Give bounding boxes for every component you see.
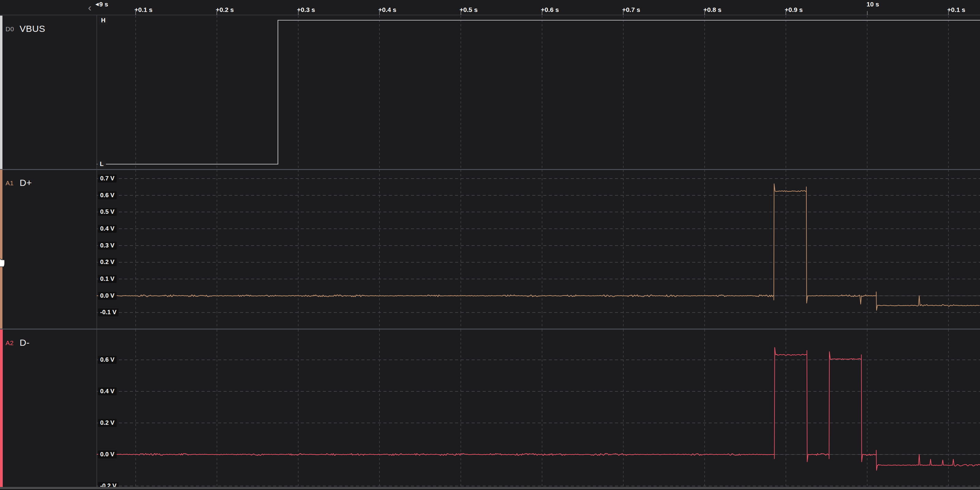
y-axis-label: 0.2 V — [98, 419, 117, 427]
ruler-label-minor: +0.5 s — [460, 6, 478, 13]
waveform-area-vbus[interactable]: HL — [0, 16, 980, 169]
y-axis-label: 0.4 V — [98, 387, 117, 395]
digital-low-marker: L — [97, 161, 106, 168]
y-axis-label: 0.4 V — [98, 225, 117, 233]
y-axis-label: 0.6 V — [98, 356, 117, 364]
channel-row-dplus: A1 D+ 0.7 V0.6 V0.5 V0.4 V0.3 V0.2 V0.1 … — [0, 170, 980, 329]
ruler-tick — [705, 11, 705, 15]
ruler-tick — [216, 11, 217, 15]
ruler-tick — [786, 11, 786, 15]
ruler-label-minor: +0.1 s — [947, 6, 965, 13]
ruler-tick — [542, 11, 542, 15]
y-axis-label: -0.1 V — [98, 309, 119, 317]
y-axis-label: 0.0 V — [98, 292, 117, 300]
ruler-tick — [623, 11, 624, 15]
ruler-label-major: ◀9 s — [95, 1, 108, 8]
y-axis-label: 0.0 V — [98, 450, 117, 458]
horizontal-scrollbar[interactable] — [0, 487, 980, 489]
ruler-label-minor: +0.4 s — [378, 6, 396, 13]
y-axis-label: 0.1 V — [98, 275, 117, 283]
ruler-label-minor: +0.3 s — [297, 6, 315, 13]
time-ruler[interactable]: ‹ +0.1 s+0.2 s+0.3 s+0.4 s+0.5 s+0.6 s+0… — [0, 0, 980, 15]
offscreen-left-arrow-icon: ◀ — [95, 2, 99, 6]
ruler-tick — [135, 11, 136, 15]
ruler-label-minor: +0.9 s — [784, 6, 803, 13]
ruler-label-minor: +0.7 s — [622, 6, 640, 13]
channel-row-dminus: A2 D- 0.6 V0.4 V0.2 V0.0 V-0.2 V — [0, 329, 980, 487]
y-axis-label: 0.7 V — [98, 175, 117, 183]
ruler-tick — [867, 11, 868, 15]
ruler-label-major: 10 s — [867, 1, 879, 8]
ruler-label-minor: +0.8 s — [703, 6, 722, 13]
ruler-tick — [948, 11, 949, 15]
waveform-area-dminus[interactable]: 0.6 V0.4 V0.2 V0.0 V-0.2 V — [0, 329, 980, 487]
channel-row-vbus: D0 VBUS HL — [0, 16, 980, 169]
ruler-tick — [298, 11, 299, 15]
y-axis-label: 0.3 V — [98, 242, 117, 250]
ruler-tick — [379, 11, 380, 15]
y-axis-label: 0.6 V — [98, 191, 117, 199]
y-axis-label: 0.2 V — [98, 258, 117, 266]
mouse-cursor-hand-icon — [0, 255, 5, 267]
ruler-label-minor: +0.1 s — [134, 6, 153, 13]
y-axis-label: 0.5 V — [98, 208, 117, 216]
collapse-panel-chevron-icon[interactable]: ‹ — [85, 1, 94, 13]
waveform-area-dplus[interactable]: 0.7 V0.6 V0.5 V0.4 V0.3 V0.2 V0.1 V0.0 V… — [0, 170, 980, 329]
digital-high-marker: H — [99, 17, 108, 24]
ruler-label-minor: +0.2 s — [216, 6, 234, 13]
ruler-label-minor: +0.6 s — [541, 6, 559, 13]
ruler-tick — [461, 11, 461, 15]
logic-analyzer-app: ‹ +0.1 s+0.2 s+0.3 s+0.4 s+0.5 s+0.6 s+0… — [0, 0, 980, 490]
